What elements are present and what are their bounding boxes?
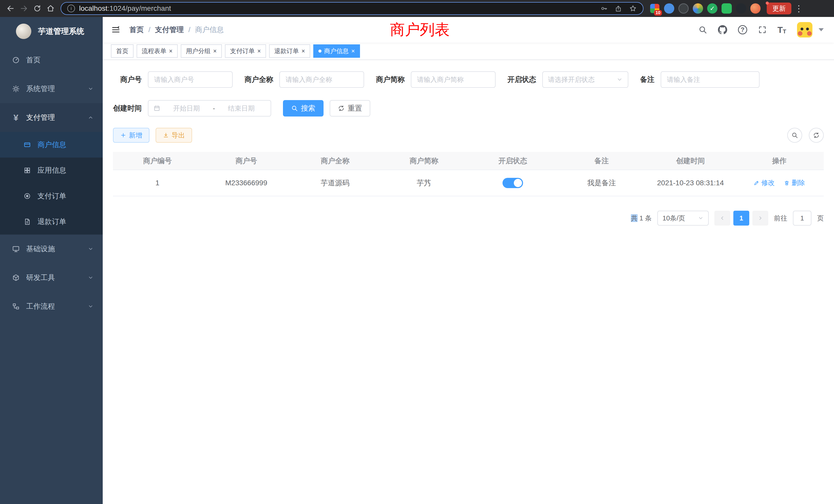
- tags-view: 首页 流程表单 × 用户分组 × 支付订单 × 退款订单 × 商户信息 ×: [103, 43, 834, 60]
- app-logo: 芋道管理系统: [0, 17, 103, 46]
- fullscreen-icon[interactable]: [758, 25, 767, 34]
- app-logo-avatar: [16, 24, 31, 39]
- extension-orange-icon[interactable]: [750, 3, 761, 14]
- delete-link[interactable]: 删除: [784, 178, 805, 187]
- font-size-icon[interactable]: TT: [777, 25, 786, 35]
- status-select[interactable]: 请选择开启状态: [542, 71, 628, 88]
- sidebar-item-merchant-info[interactable]: 商户信息: [0, 132, 103, 158]
- document-icon: [22, 218, 33, 225]
- breadcrumb-home[interactable]: 首页: [129, 25, 144, 35]
- cell-actions: 修改 删除: [735, 170, 824, 196]
- table-header-row: 商户编号 商户号 商户全称 商户简称 开启状态 备注 创建时间 操作: [113, 152, 824, 170]
- chevron-down-icon: [698, 215, 704, 221]
- close-icon[interactable]: ×: [213, 48, 217, 54]
- navbar: 首页 / 支付管理 / 商户信息 商户列表 ? TT: [103, 17, 834, 43]
- address-bar[interactable]: i localhost:1024/pay/merchant: [61, 2, 643, 15]
- app-root: 芋道管理系统 首页 系统管理 ¥ 支付管理: [0, 17, 834, 504]
- refresh-table-icon[interactable]: [809, 128, 824, 143]
- sidebar-item-label: 研发工具: [26, 273, 55, 282]
- page-1-button[interactable]: 1: [733, 211, 749, 226]
- page-size-value: 10条/页: [662, 214, 685, 223]
- full-name-input[interactable]: [279, 71, 364, 88]
- tab-refund-orders[interactable]: 退款订单 ×: [269, 44, 310, 58]
- close-icon[interactable]: ×: [169, 48, 173, 54]
- close-icon[interactable]: ×: [351, 48, 355, 54]
- share-icon[interactable]: [615, 5, 622, 12]
- page-content: 商户号 商户全称 商户简称 开启状态 请选择开启状态: [103, 60, 834, 226]
- search-icon[interactable]: [698, 25, 707, 34]
- sidebar-item-dev-tools[interactable]: 研发工具: [0, 263, 103, 292]
- sidebar-item-refund-orders[interactable]: 退款订单: [0, 209, 103, 234]
- sidebar-item-system[interactable]: 系统管理: [0, 74, 103, 103]
- edit-link[interactable]: 修改: [754, 178, 775, 187]
- hamburger-icon[interactable]: [111, 25, 121, 35]
- sidebar-item-payment[interactable]: ¥ 支付管理: [0, 103, 103, 132]
- short-name-input[interactable]: [411, 71, 496, 88]
- next-page-button[interactable]: [752, 211, 768, 226]
- home-icon[interactable]: [45, 3, 57, 14]
- tab-payment-orders[interactable]: 支付订单 ×: [225, 44, 266, 58]
- remark-input[interactable]: [661, 71, 760, 88]
- card-icon: [22, 141, 33, 148]
- export-button-label: 导出: [172, 131, 185, 140]
- cell-merchant-id: 1: [113, 170, 202, 196]
- date-range-picker[interactable]: 开始日期 - 结束日期: [148, 100, 271, 116]
- filter-full-name: 商户全称: [244, 71, 364, 88]
- search-button[interactable]: 搜索: [283, 100, 324, 116]
- sidebar-item-label: 系统管理: [26, 84, 55, 94]
- sidebar-item-home[interactable]: 首页: [0, 46, 103, 74]
- browser-extensions: 10 ✓: [650, 3, 761, 14]
- extension-grid-icon[interactable]: 10: [650, 3, 660, 14]
- breadcrumb-payment[interactable]: 支付管理: [155, 25, 184, 35]
- url-text: localhost:1024/pay/merchant: [79, 4, 171, 13]
- tab-user-group[interactable]: 用户分组 ×: [181, 44, 222, 58]
- page-size-select[interactable]: 10条/页: [657, 211, 709, 226]
- extension-avatar-icon[interactable]: [693, 3, 703, 14]
- sidebar: 芋道管理系统 首页 系统管理 ¥ 支付管理: [0, 17, 103, 504]
- prev-page-button[interactable]: [714, 211, 730, 226]
- browser-update-button[interactable]: 更新: [767, 3, 791, 14]
- selected-text: 共: [631, 214, 638, 222]
- bookmark-star-icon[interactable]: [629, 5, 637, 12]
- goto-page-input[interactable]: [793, 211, 811, 226]
- close-icon[interactable]: ×: [302, 48, 305, 54]
- column-header: 开启状态: [468, 152, 557, 170]
- merchant-no-input[interactable]: [148, 71, 233, 88]
- back-icon[interactable]: [5, 3, 17, 14]
- forward-icon[interactable]: [18, 3, 30, 14]
- sidebar-item-payment-orders[interactable]: 支付订单: [0, 183, 103, 209]
- site-info-icon[interactable]: i: [67, 5, 75, 12]
- chevron-down-icon: [88, 275, 93, 280]
- reset-button[interactable]: 重置: [330, 100, 370, 116]
- end-date-placeholder: 结束日期: [217, 104, 265, 113]
- sidebar-item-app-info[interactable]: 应用信息: [0, 158, 103, 183]
- sidebar-item-infrastructure[interactable]: 基础设施: [0, 234, 103, 263]
- help-icon[interactable]: ?: [738, 25, 747, 35]
- close-icon[interactable]: ×: [257, 48, 261, 54]
- add-button-label: 新增: [129, 131, 142, 140]
- extension-blue-icon[interactable]: [664, 3, 674, 14]
- github-icon[interactable]: [718, 25, 727, 35]
- extension-dark-icon[interactable]: [678, 3, 689, 14]
- hide-search-icon[interactable]: [787, 128, 802, 143]
- password-key-icon[interactable]: [600, 5, 608, 12]
- tab-process-form[interactable]: 流程表单 ×: [137, 44, 178, 58]
- cell-remark: 我是备注: [557, 170, 646, 196]
- tab-merchant-info[interactable]: 商户信息 ×: [313, 44, 360, 58]
- calendar-icon: [154, 105, 160, 112]
- reload-icon[interactable]: [31, 3, 43, 14]
- red-annotation-text: 商户列表: [390, 20, 449, 40]
- tab-home[interactable]: 首页: [111, 44, 133, 58]
- avatar[interactable]: [797, 22, 812, 38]
- caret-down-icon[interactable]: [818, 28, 824, 31]
- chevron-left-icon: [720, 215, 725, 221]
- sidebar-item-workflow[interactable]: 工作流程: [0, 292, 103, 321]
- extension-check-icon[interactable]: ✓: [707, 3, 718, 14]
- workflow-icon: [10, 302, 22, 310]
- export-button[interactable]: 导出: [156, 128, 192, 143]
- status-toggle[interactable]: [503, 178, 523, 188]
- extension-github-icon[interactable]: [736, 3, 746, 14]
- extension-green-square-icon[interactable]: [722, 3, 732, 14]
- browser-menu-icon[interactable]: ⋮: [793, 3, 805, 14]
- add-button[interactable]: 新增: [113, 128, 150, 143]
